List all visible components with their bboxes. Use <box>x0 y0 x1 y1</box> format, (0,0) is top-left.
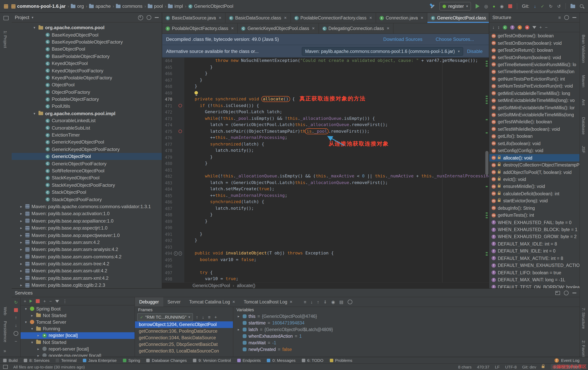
expand-chevron[interactable]: ▸ <box>236 314 241 318</box>
gutter[interactable] <box>174 244 184 250</box>
debugger-tab[interactable]: Debugger <box>135 297 163 307</box>
close-icon[interactable]: ✕ <box>420 16 423 20</box>
git-branch[interactable]: Git: dev <box>522 365 536 369</box>
services-tree-item[interactable]: ▾Tomcat Server <box>21 319 135 326</box>
gutter[interactable] <box>174 77 184 83</box>
project-panel-title[interactable]: Project <box>15 15 29 20</box>
editor-tab[interactable]: CGenericKeyedObjectPool.class✕ <box>238 23 319 33</box>
intention-bulb-icon[interactable] <box>194 91 198 95</box>
add-watch-icon[interactable]: + <box>214 315 217 319</box>
tool-window-tab-terminal[interactable]: Terminal <box>56 358 77 363</box>
project-tree-item[interactable]: CCursorableSubList <box>12 124 162 131</box>
structure-item[interactable]: msetTestOnReturn(boolean): void <box>489 54 579 61</box>
tree-chevron[interactable]: ▸ <box>19 248 23 252</box>
project-tree-item[interactable]: ▸Maven: paylib.base.asm:asm:4.2 <box>12 239 162 246</box>
project-tree-item[interactable]: CBasePoolableObjectFactory <box>12 53 162 60</box>
gutter[interactable] <box>174 186 184 192</box>
gutter[interactable] <box>174 154 184 160</box>
stack-frame-row[interactable]: getConnection:25, DbcpSecretBasicDat <box>135 341 233 348</box>
tool-window-toggle-icon[interactable] <box>3 365 8 369</box>
settings-icon[interactable] <box>14 331 18 336</box>
line-number[interactable]: 472 <box>162 109 174 115</box>
tree-chevron[interactable]: ▸ <box>19 269 23 273</box>
project-tree-item[interactable]: ▸Maven: paylib.base.aop:aspectjrt:1.0 <box>12 224 162 232</box>
expand-all-icon[interactable]: + <box>43 299 46 303</box>
tool-window-tab-9-version-control[interactable]: 9: Version Control <box>193 358 231 363</box>
services-tree-item[interactable]: ▸report-server [local] <box>21 346 135 352</box>
close-icon[interactable]: ✕ <box>312 26 315 30</box>
gutter[interactable] <box>174 103 184 109</box>
tool-window-button-jsf[interactable]: JSF <box>581 146 586 153</box>
tree-chevron[interactable]: ▸ <box>36 354 41 357</box>
tree-chevron[interactable]: ▸ <box>19 284 23 287</box>
hide-panel-icon[interactable] <box>572 292 576 293</box>
tree-chevron[interactable]: ▸ <box>36 334 41 338</box>
variable-row[interactable]: maxWait = -1 <box>233 339 579 346</box>
line-number[interactable]: 464 <box>162 58 174 64</box>
gutter[interactable] <box>174 269 184 276</box>
line-number[interactable]: 495 <box>162 257 174 263</box>
event-log-tab[interactable]: 2Event Log <box>554 358 585 363</box>
collapse-all-icon[interactable]: − <box>49 299 52 303</box>
expand-chevron[interactable] <box>236 334 241 338</box>
project-tree-item[interactable]: ▸Maven: paylib.base.aop:aopalliance:1.0 <box>12 217 162 224</box>
scrollbar-thumb[interactable] <box>485 151 488 175</box>
override-icon[interactable]: ↑ <box>174 251 178 256</box>
source-selector[interactable]: Maven: paylib.apache.commons:commons-poo… <box>302 47 463 55</box>
gutter[interactable] <box>174 180 184 186</box>
gutter[interactable] <box>174 237 184 244</box>
project-tree-item[interactable]: CGenericKeyedObjectPoolFactory <box>12 146 162 153</box>
disable-button[interactable]: Disable <box>467 48 483 54</box>
sort-visibility-icon[interactable]: ↕ <box>498 25 500 29</box>
run-config-selector[interactable]: register ▾ <box>440 2 471 11</box>
close-icon[interactable]: ✕ <box>232 300 235 304</box>
line-number[interactable]: 492 <box>162 237 174 244</box>
gutter[interactable] <box>174 64 184 70</box>
structure-item[interactable]: msetTimeBetweenEvictionRunsMillis(lon <box>489 68 579 75</box>
structure-item[interactable]: fDEFAULT_LIFO: boolean = true <box>489 269 579 276</box>
structure-item[interactable]: fWHEN_EXHAUSTED_BLOCK: byte = 1 <box>489 226 579 233</box>
tree-chevron[interactable]: ▸ <box>19 219 23 223</box>
line-number[interactable]: 469 <box>162 90 174 96</box>
project-tree-item[interactable]: ▾org.apache.commons.pool <box>12 24 162 31</box>
editor-tab[interactable]: CPoolableConnectionFactory.class✕ <box>291 13 376 23</box>
structure-item[interactable]: mevict(): void <box>489 176 579 183</box>
project-tree-item[interactable]: ▸Maven: paylib.base.asm:asm-xml:4.2 <box>12 275 162 282</box>
tool-window-button-bean-validation[interactable]: Bean Validation <box>581 35 586 63</box>
add-service-icon[interactable]: + <box>24 299 26 303</box>
show-anonymous-icon[interactable]: a <box>525 25 529 29</box>
close-icon[interactable]: ✕ <box>219 16 221 20</box>
deploy-icon[interactable]: ↑ <box>15 316 17 320</box>
gutter[interactable] <box>174 167 184 173</box>
tree-chevron[interactable]: ▸ <box>19 241 23 244</box>
line-number[interactable]: 498 <box>162 276 174 282</box>
tree-chevron[interactable]: ▸ <box>30 314 34 317</box>
structure-item[interactable]: msetTestOnBorrow(boolean): void <box>489 40 579 47</box>
tool-window-button-web[interactable]: Web <box>3 307 8 315</box>
structure-item[interactable]: fDEFAULT_MAX_ACTIVE: int = 8 <box>489 255 579 262</box>
gutter[interactable]: ↑↑ <box>174 250 184 257</box>
more-tool-windows-icon[interactable]: » <box>3 348 6 354</box>
services-tree-item[interactable]: ▾Not Started <box>21 339 135 346</box>
project-tree-item[interactable]: CKeyedObjectPool <box>12 60 162 67</box>
line-number[interactable]: 466 <box>162 70 174 77</box>
gutter[interactable] <box>174 192 184 199</box>
project-tree-item[interactable]: CSoftReferenceObjectPool <box>12 167 162 174</box>
gutter[interactable] <box>174 263 184 269</box>
line-number[interactable]: 489 <box>162 218 174 224</box>
tool-window-tab-8-services[interactable]: 8: Services <box>24 358 50 363</box>
project-tree-item[interactable]: CPoolUtils <box>12 103 162 110</box>
stop-icon[interactable] <box>508 4 512 8</box>
services-tree-item[interactable]: ▾Spring Boot <box>21 306 135 312</box>
build-hammer-icon[interactable] <box>429 3 435 9</box>
gutter[interactable] <box>174 148 184 154</box>
tree-chevron[interactable]: ▾ <box>24 307 28 311</box>
structure-item[interactable]: fDEFAULT_MIN_IDLE: int = 0 <box>489 247 579 255</box>
expand-all-icon[interactable]: + <box>539 25 542 29</box>
view-options-icon[interactable]: ≡ <box>208 315 210 319</box>
structure-item[interactable]: mdestroy(Collection<ObjectTimestampP <box>489 161 579 169</box>
gutter[interactable] <box>174 160 184 167</box>
structure-item[interactable]: fDEFAULT_MAX_IDLE: int = 8 <box>489 240 579 247</box>
project-tree-item[interactable]: ▸Maven: paylib.base.cglib:cglib:2.2.3 <box>12 282 162 288</box>
line-number[interactable]: 481 <box>162 167 174 173</box>
